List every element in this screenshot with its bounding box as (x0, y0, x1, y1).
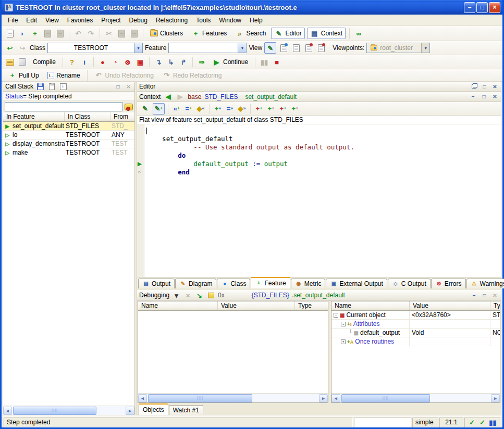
scroll-left-icon[interactable]: ◂ (331, 394, 340, 402)
code-text[interactable]: set_output_default-- Use standard output… (144, 124, 501, 277)
step-over-icon[interactable]: ↳ (166, 57, 176, 67)
call-stack-maximize-icon[interactable]: □ (114, 83, 122, 90)
code-line[interactable]: -- Use standard output as default output… (146, 143, 501, 152)
compile-button[interactable]: Compile (30, 56, 59, 68)
cut-icon[interactable]: ✂ (104, 28, 114, 39)
editor-maximize-icon[interactable]: □ (481, 83, 488, 90)
pause-icon[interactable]: ▮▮ (259, 57, 269, 67)
menu-tools[interactable]: Tools (192, 16, 215, 25)
open-icon[interactable]: ◗ (17, 28, 28, 39)
save-icon[interactable] (42, 28, 53, 39)
exception-input[interactable] (5, 102, 122, 111)
object-tree-row[interactable]: ++AOnce routines (331, 337, 500, 346)
objects-left-hscrollbar[interactable]: ◂ ▸ (138, 393, 328, 402)
disable-breakpoints-icon[interactable]: ◔ (110, 57, 120, 67)
context-close-icon[interactable]: ✕ (491, 93, 499, 100)
tab-c-output[interactable]: ◇C Output (388, 279, 431, 288)
clusters-button[interactable]: Clusters (147, 28, 186, 39)
call-stack-close-icon[interactable]: ✕ (125, 83, 132, 90)
copy-icon[interactable] (116, 28, 127, 39)
scroll-right-icon[interactable]: ▸ (126, 407, 134, 415)
maximize-button[interactable]: □ (476, 2, 488, 13)
code-line[interactable]: do (146, 152, 501, 160)
clients-icon[interactable]: ++ (278, 104, 288, 114)
history-forward-icon[interactable]: ↪ (17, 43, 28, 53)
new-document-icon[interactable] (5, 28, 15, 39)
menu-window[interactable]: Window (215, 16, 245, 25)
debug-breadcrumb-class[interactable]: {STD_FILES} (252, 292, 289, 299)
editor-header[interactable]: Editor □ ✕ (137, 82, 501, 92)
code-line[interactable]: end (146, 168, 501, 176)
project-settings-icon[interactable] (5, 57, 15, 67)
debugging-goto-icon[interactable]: ↘ (195, 290, 204, 300)
tab-warnings[interactable]: ⚠Warnings (466, 279, 504, 288)
creators-icon[interactable]: ◆« (195, 104, 206, 114)
view-contract-icon[interactable] (291, 43, 301, 53)
callers-icon[interactable]: «+ (171, 104, 182, 114)
code-line[interactable]: set_output_default (146, 135, 501, 143)
link-tool-icon[interactable]: ∞ (353, 28, 364, 39)
debug-breadcrumb-feature[interactable]: .set_output_default (292, 292, 345, 299)
column-header[interactable]: In Class (65, 112, 110, 121)
objects-right-hscrollbar[interactable]: ◂ ▸ (331, 393, 500, 402)
remove-breakpoints-icon[interactable]: ⊗ (122, 57, 133, 67)
class-combobox[interactable]: TESTROOT ▼ (47, 43, 143, 53)
breadcrumb-group[interactable]: base (188, 93, 201, 100)
view-interface-icon[interactable] (303, 43, 314, 53)
menu-view[interactable]: View (41, 16, 63, 25)
continue-button[interactable]: ▶ Continue (209, 56, 251, 68)
step-out-icon[interactable]: ↱ (178, 57, 189, 67)
call-stack-row[interactable]: ▷makeTESTROOTTEST (3, 148, 134, 157)
enable-breakpoints-icon[interactable]: ● (97, 57, 108, 67)
hex-format-label[interactable]: 0x (218, 292, 225, 299)
scroll-left-icon[interactable]: ◂ (138, 394, 147, 402)
menu-file[interactable]: File (4, 16, 22, 25)
column-header[interactable]: Type (295, 301, 328, 310)
history-back-icon[interactable]: ↩ (5, 43, 15, 53)
undo-refactoring-button[interactable]: ↶ Undo Refactoring (91, 70, 157, 81)
undo-icon[interactable]: ↶ (73, 28, 83, 39)
column-header[interactable]: Type (490, 301, 500, 310)
call-stack-header[interactable]: Call Stack □ ✕ (3, 82, 134, 92)
debugging-maximize-icon[interactable]: □ (481, 292, 488, 299)
collapse-icon[interactable]: - (341, 322, 346, 326)
debugging-header[interactable]: Debugging ▾ × ↘ 0x {STD_FILES} .set_outp… (137, 290, 501, 301)
import-call-stack-icon[interactable] (59, 81, 68, 92)
close-button[interactable]: × (489, 2, 500, 13)
debugging-minimize-icon[interactable]: – (470, 292, 478, 299)
breakpoint-slot-icon[interactable]: ○ (138, 168, 141, 176)
error-info-icon[interactable]: ? (67, 57, 77, 67)
object-tree-row[interactable]: -▦Current object<0x32A8760>STD_ (331, 311, 500, 320)
column-header[interactable]: In Feature (3, 112, 65, 121)
tab-watch-1[interactable]: Watch #1 (169, 405, 203, 415)
objects-left-headers[interactable]: NameValueType (138, 301, 328, 311)
feature-combobox[interactable]: ▼ (168, 43, 247, 53)
run-icon[interactable]: ⇒ (196, 57, 207, 67)
code-line[interactable] (146, 127, 501, 135)
collapse-icon[interactable]: - (334, 313, 338, 318)
feature-combo-arrow-icon[interactable]: ▼ (238, 43, 246, 53)
call-stack-row[interactable]: ▶set_output_defaultSTD_FILESSTD_ (3, 122, 134, 131)
tab-errors[interactable]: ⊗Errors (431, 279, 466, 288)
tab-output[interactable]: ▤Output (138, 279, 175, 288)
context-minimize-icon[interactable]: – (469, 93, 477, 100)
column-header[interactable]: From (110, 112, 134, 121)
scroll-right-icon[interactable]: ▸ (319, 394, 328, 402)
info-icon[interactable]: i (79, 57, 90, 67)
new-feature-view-icon[interactable]: ✎+ (153, 103, 165, 115)
tab-diagram[interactable]: ✎Diagram (175, 279, 216, 288)
editor-close-icon[interactable]: ✕ (491, 83, 499, 90)
editor-toggle-button[interactable]: ✎ Editor (271, 28, 304, 39)
scroll-right-icon[interactable]: ▸ (491, 394, 500, 402)
call-stack-row[interactable]: ▷ioTESTROOTANY (3, 131, 134, 140)
tab-external-output[interactable]: ▣External Output (326, 279, 387, 288)
melt-icon[interactable] (17, 57, 28, 67)
features-button[interactable]: + Features (188, 28, 230, 39)
menu-debug[interactable]: Debug (125, 16, 152, 25)
creations-icon[interactable]: ◆» (237, 104, 247, 114)
menu-project[interactable]: Project (97, 16, 125, 25)
call-stack-hscrollbar[interactable]: ◂ ▸ (3, 406, 134, 415)
tab-objects[interactable]: Objects (139, 403, 168, 415)
call-stack-column-headers[interactable]: In FeatureIn ClassFrom (3, 112, 134, 122)
descendants-icon[interactable]: ++ (266, 104, 276, 114)
